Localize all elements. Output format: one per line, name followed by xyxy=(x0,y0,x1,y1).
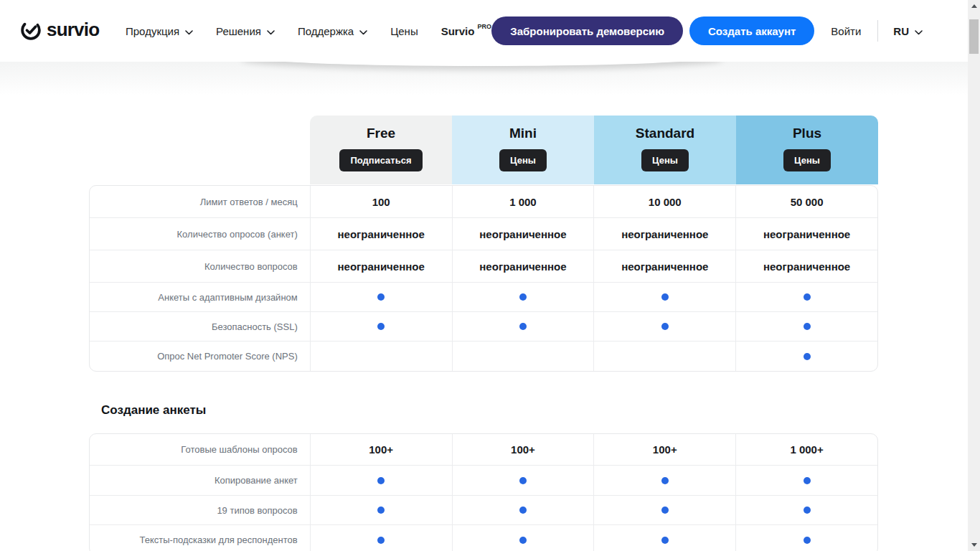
plan-value-cell: 10 000 xyxy=(593,186,735,217)
plan-value-cell: неограниченное xyxy=(452,250,594,282)
included-dot-icon xyxy=(661,507,669,514)
plan-value-cell xyxy=(310,496,452,524)
scrollbar-thumb[interactable] xyxy=(969,19,979,54)
included-dot-icon xyxy=(661,537,669,544)
nav-item-label: Решения xyxy=(216,25,261,37)
plan-value-cell xyxy=(452,496,594,524)
plan-value-cell xyxy=(593,466,735,495)
nav-item-label: Цены xyxy=(390,25,418,37)
included-dot-icon xyxy=(519,323,527,330)
plan-value-cell xyxy=(593,283,735,311)
plan-value-cell xyxy=(735,466,877,495)
table-row: Анкеты с адаптивным дизайном xyxy=(90,283,877,312)
login-link[interactable]: Войти xyxy=(831,25,861,37)
plan-value-cell xyxy=(310,525,452,551)
create-account-button[interactable]: Создать аккаунт xyxy=(689,17,814,45)
plan-cta-button-standard[interactable]: Цены xyxy=(641,149,689,171)
plan-value-cell xyxy=(452,525,594,551)
included-dot-icon xyxy=(519,507,527,514)
plan-value-cell xyxy=(593,312,735,341)
survio-logo[interactable]: survio xyxy=(20,19,99,41)
nav-actions: Забронировать демоверсию Создать аккаунт… xyxy=(491,0,923,62)
comparison-table-survey-creation: Готовые шаблоны опросов100+100+100+1 000… xyxy=(89,433,878,551)
plan-value-cell: неограниченное xyxy=(452,218,594,250)
included-dot-icon xyxy=(804,507,811,514)
included-dot-icon xyxy=(661,293,669,301)
plan-value-cell xyxy=(452,312,594,341)
scrollbar-up-arrow-icon[interactable] xyxy=(968,0,980,12)
vertical-scrollbar[interactable] xyxy=(968,0,980,551)
plan-value-cell xyxy=(452,342,594,371)
nav-item-label: Продукция xyxy=(126,25,179,37)
nav-item-pricing[interactable]: Цены xyxy=(390,25,418,37)
plan-value-cell xyxy=(735,525,877,551)
plan-cta-button-mini[interactable]: Цены xyxy=(499,149,547,171)
top-navbar: survio Продукция Решения Поддержка Цены … xyxy=(0,0,968,62)
plan-value-cell: 100 xyxy=(310,186,452,217)
plan-column-plus: PlusЦены xyxy=(736,116,878,184)
plan-name: Free xyxy=(367,126,395,141)
plan-column-mini: MiniЦены xyxy=(452,116,594,184)
plan-value-cell xyxy=(310,312,452,341)
nav-item-label: Поддержка xyxy=(298,25,354,37)
table-row: Копирование анкет xyxy=(90,466,877,496)
survio-logo-icon xyxy=(20,19,42,41)
included-dot-icon xyxy=(804,353,811,360)
scrollbar-down-arrow-icon[interactable] xyxy=(968,539,980,551)
plan-value-cell xyxy=(593,525,735,551)
feature-label: Количество опросов (анкет) xyxy=(90,218,310,250)
page-background-strip xyxy=(0,61,968,95)
plan-value-cell: 100+ xyxy=(593,434,735,465)
plan-cta-button-plus[interactable]: Цены xyxy=(783,149,831,171)
survio-logo-text: survio xyxy=(47,19,99,41)
nav-divider xyxy=(877,20,878,42)
plan-value-cell xyxy=(735,342,877,371)
plan-value-cell: 100+ xyxy=(310,434,452,465)
plan-value-cell: неограниченное xyxy=(310,218,452,250)
included-dot-icon xyxy=(661,477,669,484)
feature-label: Копирование анкет xyxy=(90,466,310,495)
plan-value-cell xyxy=(452,283,594,311)
included-dot-icon xyxy=(804,323,811,330)
plan-value-cell: неограниченное xyxy=(735,250,877,282)
included-dot-icon xyxy=(377,507,385,514)
language-selector[interactable]: RU xyxy=(893,25,923,37)
plan-cta-button-free[interactable]: Подписаться xyxy=(339,149,422,171)
nav-item-solutions[interactable]: Решения xyxy=(216,25,275,37)
included-dot-icon xyxy=(804,293,811,301)
table-row: Опрос Net Promoter Score (NPS) xyxy=(90,342,877,371)
included-dot-icon xyxy=(519,477,527,484)
chevron-down-icon xyxy=(359,25,367,37)
included-dot-icon xyxy=(519,293,527,301)
nav-item-survio-pro[interactable]: Survio PRO xyxy=(441,25,491,37)
comparison-table-general: Лимит ответов / месяц1001 00010 00050 00… xyxy=(89,185,878,372)
plan-value-cell: 1 000 xyxy=(452,186,594,217)
plan-value-cell xyxy=(593,342,735,371)
plan-value-cell xyxy=(735,496,877,524)
table-row: Готовые шаблоны опросов100+100+100+1 000… xyxy=(90,434,877,466)
feature-label: Лимит ответов / месяц xyxy=(90,186,310,217)
nav-item-support[interactable]: Поддержка xyxy=(298,25,367,37)
plan-value-cell: неограниченное xyxy=(593,250,735,282)
book-demo-button[interactable]: Забронировать демоверсию xyxy=(491,17,683,45)
plan-value-cell xyxy=(310,342,452,371)
plan-value-cell xyxy=(735,283,877,311)
plan-value-cell xyxy=(593,496,735,524)
included-dot-icon xyxy=(661,323,669,330)
plan-header-row: FreeПодписатьсяMiniЦеныStandardЦеныPlusЦ… xyxy=(310,116,878,184)
nav-item-products[interactable]: Продукция xyxy=(126,25,193,37)
plan-value-cell: неограниченное xyxy=(310,250,452,282)
feature-label: Опрос Net Promoter Score (NPS) xyxy=(90,342,310,371)
included-dot-icon xyxy=(804,477,811,484)
plan-value-cell: неограниченное xyxy=(593,218,735,250)
plan-column-free: FreeПодписаться xyxy=(310,116,452,184)
chevron-down-icon xyxy=(185,25,193,37)
feature-label: 19 типов вопросов xyxy=(90,496,310,524)
plan-name: Mini xyxy=(509,126,537,141)
plan-value-cell: 50 000 xyxy=(735,186,877,217)
plan-column-standard: StandardЦены xyxy=(594,116,736,184)
included-dot-icon xyxy=(519,537,527,544)
nav-item-label: Survio xyxy=(441,25,475,37)
pro-superscript: PRO xyxy=(477,23,491,30)
plan-value-cell xyxy=(310,283,452,311)
